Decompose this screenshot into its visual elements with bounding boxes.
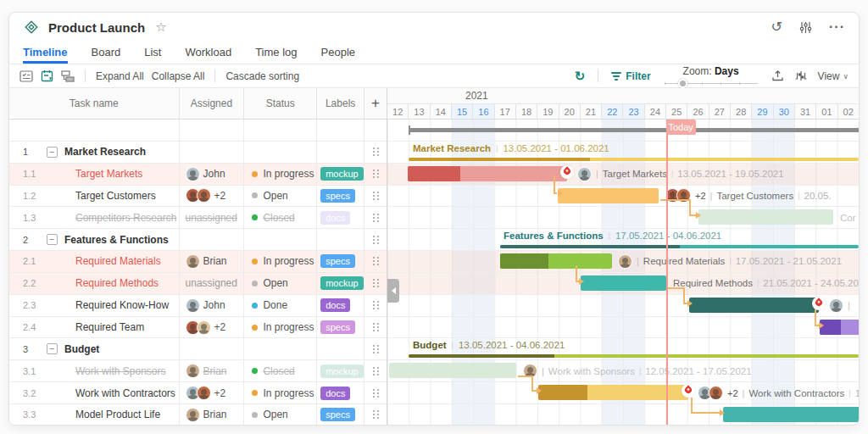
tab-board[interactable]: Board: [92, 42, 121, 64]
table-row-section[interactable]: 1 − Market Research: [9, 142, 387, 164]
row-menu-button[interactable]: [364, 404, 387, 426]
task-list-icon[interactable]: [19, 70, 33, 82]
table-row[interactable]: 1.3 Competitors Research unassigned Clos…: [9, 207, 387, 229]
year-label: 2021: [465, 90, 488, 102]
view-button[interactable]: View ∨: [818, 70, 849, 82]
summary-bar[interactable]: [409, 158, 859, 161]
label-badge[interactable]: specs: [320, 320, 355, 334]
collapse-all-button[interactable]: Collapse All: [152, 70, 205, 82]
refresh-icon[interactable]: ↻: [575, 69, 586, 84]
table-row[interactable]: 3.3 Model Product Life Brian Open specs: [9, 404, 387, 426]
zoom-slider-knob[interactable]: [678, 79, 687, 88]
view-label: View: [818, 70, 840, 82]
row-menu-button[interactable]: [364, 229, 387, 250]
column-header-assigned[interactable]: Assigned: [179, 88, 244, 119]
table-row[interactable]: 1.2 Target Customers +2 Open specs: [9, 186, 387, 208]
status-dot: [252, 303, 258, 309]
calendar-alert-icon[interactable]: [41, 70, 53, 82]
avatar: [523, 364, 537, 378]
table-row[interactable]: 2.2 Required Methods unassigned Open moc…: [9, 273, 387, 295]
favorite-star-icon[interactable]: ☆: [155, 19, 166, 35]
expand-all-button[interactable]: Expand All: [96, 70, 144, 82]
column-header-task-name[interactable]: Task name: [9, 88, 179, 119]
table-row-section[interactable]: 2 − Features & Functions: [9, 229, 387, 251]
table-row[interactable]: 2.1 Required Materials Brian In progress…: [9, 251, 387, 273]
summary-name[interactable]: Market Research: [413, 143, 491, 153]
label-badge[interactable]: mockup: [320, 276, 364, 290]
task-bar-required-materials[interactable]: [500, 253, 612, 269]
tab-list[interactable]: List: [144, 42, 161, 64]
table-row[interactable]: 3.1 Work with Sponsors Brian Closed mock…: [9, 360, 387, 382]
summary-bar[interactable]: [500, 245, 859, 248]
export-icon[interactable]: [771, 70, 784, 82]
label-badge[interactable]: mockup: [320, 167, 364, 181]
zoom-slider[interactable]: [665, 80, 758, 86]
label-badge[interactable]: mockup: [320, 364, 364, 378]
row-menu-button[interactable]: [364, 317, 387, 338]
table-header: Task name Assigned Status Labels +: [9, 88, 387, 120]
table-row[interactable]: 3.2 Work with Contractors +2 In progress…: [9, 382, 387, 404]
collapse-toggle[interactable]: −: [47, 234, 58, 245]
filter-icon: [611, 72, 621, 81]
add-column-button[interactable]: +: [364, 88, 387, 119]
row-menu-button[interactable]: [364, 142, 387, 163]
sliders-icon[interactable]: [799, 21, 812, 34]
today-badge[interactable]: Today: [666, 120, 696, 135]
task-bar-required-know-how[interactable]: [689, 298, 819, 313]
column-header-labels[interactable]: Labels: [316, 88, 364, 119]
tab-timelog[interactable]: Time log: [255, 42, 297, 64]
tab-people[interactable]: People: [321, 42, 355, 64]
row-menu-button[interactable]: [364, 382, 387, 403]
label-badge[interactable]: specs: [320, 408, 355, 421]
avatar: [197, 188, 211, 203]
task-bar-target-customers[interactable]: [558, 188, 659, 203]
project-logo-icon: [23, 19, 40, 36]
zoom-value: Days: [715, 65, 739, 77]
task-bar-model-product-life[interactable]: [723, 407, 859, 422]
cascade-sorting-button[interactable]: Cascade sorting: [225, 70, 299, 82]
tab-timeline[interactable]: Timeline: [23, 42, 68, 64]
row-menu-button[interactable]: [364, 207, 387, 228]
task-table: Task name Assigned Status Labels + 1 − M…: [9, 88, 387, 425]
label-badge[interactable]: docs: [320, 298, 350, 312]
gantt-row: +2 | Work with Contractors | 1: [387, 382, 859, 404]
table-row-empty: [9, 120, 387, 142]
table-row[interactable]: 2.3 Required Know-How John Done docs: [9, 295, 387, 317]
filter-button[interactable]: Filter: [611, 70, 650, 82]
collapse-toggle[interactable]: −: [47, 343, 58, 354]
day-cell: 18: [515, 104, 537, 119]
collapse-toggle[interactable]: −: [47, 147, 58, 158]
table-row-section[interactable]: 3 − Budget: [9, 338, 387, 360]
table-row[interactable]: 2.4 Required Team +2 In progress specs: [9, 317, 387, 339]
row-menu-button[interactable]: [364, 338, 387, 359]
summary-name[interactable]: Budget: [413, 340, 447, 350]
label-badge[interactable]: specs: [320, 254, 355, 268]
row-menu-button[interactable]: [364, 164, 387, 185]
task-bar-work-with-sponsors[interactable]: [389, 363, 516, 378]
label-badge[interactable]: specs: [320, 189, 355, 203]
history-icon[interactable]: ↺: [771, 20, 782, 34]
row-menu-button[interactable]: [364, 295, 387, 316]
task-bar-competitors-research[interactable]: [698, 209, 833, 225]
table-row[interactable]: 1.1 Target Markets John In progress mock…: [9, 164, 387, 186]
tab-workload[interactable]: Workload: [185, 42, 231, 64]
task-bar-target-markets[interactable]: [408, 166, 567, 181]
gantt-row: | Target Markets | 13.05.2021 - 19.05.20…: [387, 164, 859, 186]
row-menu-button[interactable]: [364, 251, 387, 272]
row-menu-button[interactable]: [364, 273, 387, 294]
summary-bar[interactable]: [409, 354, 859, 358]
label-badge[interactable]: docs: [320, 387, 350, 400]
baseline-icon[interactable]: [794, 70, 808, 81]
row-menu-button[interactable]: [364, 186, 387, 207]
label-badge[interactable]: docs: [320, 211, 350, 225]
column-header-status[interactable]: Status: [243, 88, 316, 119]
avatar: [186, 254, 200, 269]
app-header: Product Launch ☆ ↺ ···: [9, 13, 859, 42]
summary-name[interactable]: Features & Functions: [504, 231, 604, 241]
row-menu-button[interactable]: [364, 360, 387, 381]
more-menu-icon[interactable]: ···: [829, 20, 845, 34]
cascade-view-icon[interactable]: [61, 70, 75, 82]
pane-collapse-handle[interactable]: [387, 279, 399, 303]
status-dot: [252, 171, 258, 177]
task-bar-required-methods[interactable]: [581, 275, 666, 291]
